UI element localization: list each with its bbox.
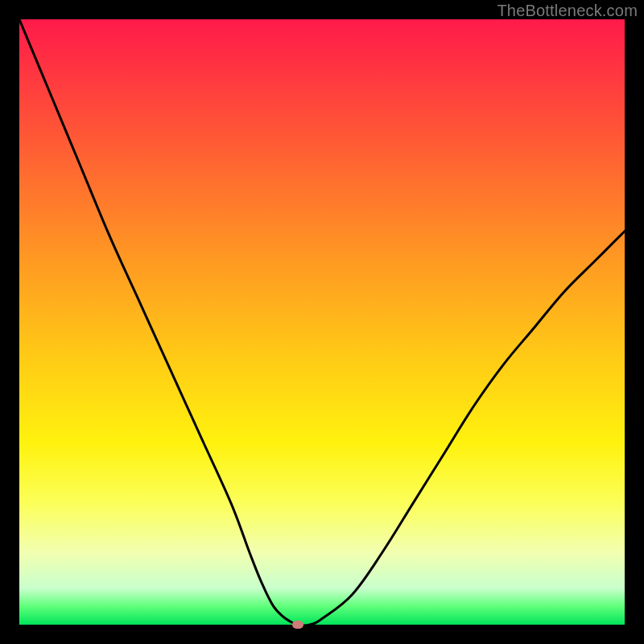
- watermark-text: TheBottleneck.com: [497, 2, 638, 20]
- bottleneck-curve: [19, 19, 625, 625]
- chart-frame: TheBottleneck.com: [0, 0, 644, 644]
- optimal-point-marker: [292, 621, 303, 629]
- plot-area: [19, 19, 625, 625]
